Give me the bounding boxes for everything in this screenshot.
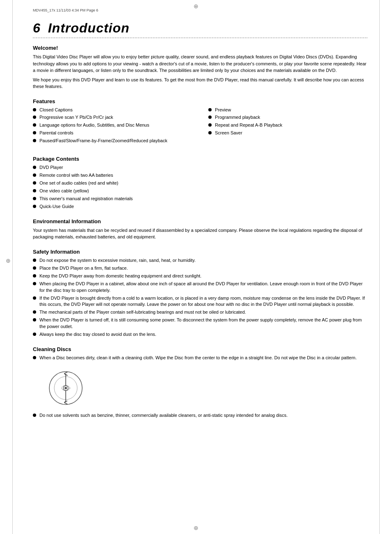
package-item-text: One set of audio cables (red and white) [39,180,118,187]
features-right-column: Preview Programmed playback Repeat and R… [208,107,367,148]
package-item-text: One video cable (yellow) [39,188,89,194]
list-item: Remote control with two AA batteries [33,172,367,179]
list-item: DVD Player [33,164,367,171]
bullet-icon [33,205,36,208]
feature-item-text: Progressive scan Y Pb/Cb Pr/Cr jack [39,114,113,121]
bullet-icon [33,310,36,314]
section-divider [33,37,367,38]
bullet-icon [33,166,36,169]
right-border [379,0,380,534]
list-item: Do not use solvents such as benzine, thi… [33,412,367,419]
list-item: Language options for Audio, Subtitles, a… [33,122,192,129]
safety-item-text: When placing the DVD Player in a cabinet… [39,281,367,294]
reg-mark-left [4,257,12,265]
package-item-text: Quick-Use Guide [39,203,74,210]
page-header: MDV455_17x 11/11/03 4:34 PM Page 6 [33,8,367,12]
safety-item-text: If the DVD Player is brought directly fr… [39,295,367,308]
cleaning-heading: Cleaning Discs [33,346,367,352]
list-item: Closed Captions [33,107,192,113]
cleaning-list-1: When a Disc becomes dirty, clean it with… [33,355,367,361]
bullet-icon [33,123,36,127]
welcome-section: Welcome! This Digital Video Disc Player … [33,45,367,90]
cleaning-text-2: Do not use solvents such as benzine, thi… [39,412,288,419]
package-contents-list: DVD Player Remote control with two AA ba… [33,164,367,210]
feature-item-text: Language options for Audio, Subtitles, a… [39,122,149,129]
feature-item-text: Screen Saver [215,130,242,136]
list-item: Place the DVD Player on a firm, flat sur… [33,265,367,272]
left-border [12,0,13,534]
bullet-icon [33,356,36,359]
list-item: Paused/Fast/Slow/Frame-by-Frame/Zoomed/R… [33,138,192,144]
feature-item-text: Closed Captions [39,107,73,113]
list-item: Always keep the disc tray closed to avoi… [33,331,367,338]
safety-item-text: Keep the DVD Player away from domestic h… [39,273,201,280]
package-item-text: DVD Player [39,164,63,171]
package-contents-section: Package Contents DVD Player Remote contr… [33,156,367,210]
content-area: MDV455_17x 11/11/03 4:34 PM Page 6 6 Int… [33,8,367,419]
bullet-icon [33,318,36,321]
page-container: MDV455_17x 11/11/03 4:34 PM Page 6 6 Int… [0,0,392,534]
safety-item-text: Place the DVD Player on a firm, flat sur… [39,265,128,272]
bullet-icon [33,266,36,270]
features-section: Features Closed Captions Progressive sca… [33,98,367,148]
bullet-icon [33,181,36,185]
package-contents-heading: Package Contents [33,156,367,162]
environmental-section: Environmental Information Your system ha… [33,218,367,240]
cleaning-section: Cleaning Discs When a Disc becomes dirty… [33,346,367,419]
list-item: When a Disc becomes dirty, clean it with… [33,355,367,361]
list-item: Progressive scan Y Pb/Cb Pr/Cr jack [33,114,192,121]
list-item: When the DVD Player is turned off, it is… [33,317,367,330]
cleaning-text-1: When a Disc becomes dirty, clean it with… [39,355,357,361]
bullet-icon [33,282,36,285]
bullet-icon [33,173,36,177]
bullet-icon [33,116,36,119]
bullet-icon [33,131,36,134]
safety-list: Do not expose the system to excessive mo… [33,257,367,338]
title-text: Introduction [48,21,130,35]
features-columns: Closed Captions Progressive scan Y Pb/Cb… [33,107,367,148]
bullet-icon [33,296,36,300]
feature-item-text: Paused/Fast/Slow/Frame-by-Frame/Zoomed/R… [39,138,167,144]
list-item: If the DVD Player is brought directly fr… [33,295,367,308]
list-item: Keep the DVD Player away from domestic h… [33,273,367,280]
bullet-icon [33,259,36,262]
safety-item-text: The mechanical parts of the Player conta… [39,309,246,316]
bullet-icon [33,274,36,277]
feature-item-text: Preview [215,107,231,113]
header-text: MDV455_17x 11/11/03 4:34 PM Page 6 [33,8,98,12]
bullet-icon [33,108,36,111]
page-title: 6 Introduction [33,21,367,36]
list-item: Do not expose the system to excessive mo… [33,257,367,264]
bullet-icon [208,116,212,119]
feature-item-text: Programmed playback [215,114,260,121]
bullet-icon [33,197,36,200]
bullet-icon [208,108,212,111]
list-item: This owner's manual and registration mat… [33,196,367,202]
environmental-text: Your system has materials that can be re… [33,227,367,240]
welcome-heading: Welcome! [33,45,367,51]
bullet-icon [33,139,36,142]
list-item: The mechanical parts of the Player conta… [33,309,367,316]
list-item: Preview [208,107,367,113]
bullet-icon [208,123,212,127]
list-item: One set of audio cables (red and white) [33,180,367,187]
environmental-heading: Environmental Information [33,218,367,224]
welcome-paragraph-1: This Digital Video Disc Player will allo… [33,53,367,74]
list-item: Quick-Use Guide [33,203,367,210]
bullet-icon [33,414,36,417]
package-item-text: This owner's manual and registration mat… [39,196,133,202]
disc-cleaning-illustration [41,366,90,407]
title-number: 6 [33,21,41,35]
feature-item-text: Repeat and Repeat A-B Playback [215,122,282,129]
svg-point-3 [65,387,67,389]
feature-item-text: Parental controls [39,130,74,136]
features-left-list: Closed Captions Progressive scan Y Pb/Cb… [33,107,192,145]
list-item: When placing the DVD Player in a cabinet… [33,281,367,294]
package-item-text: Remote control with two AA batteries [39,172,113,179]
safety-section: Safety Information Do not expose the sys… [33,249,367,338]
list-item: Parental controls [33,130,192,136]
safety-heading: Safety Information [33,249,367,255]
safety-item-text: When the DVD Player is turned off, it is… [39,317,367,330]
bullet-icon [33,333,36,336]
list-item: Repeat and Repeat A-B Playback [208,122,367,129]
